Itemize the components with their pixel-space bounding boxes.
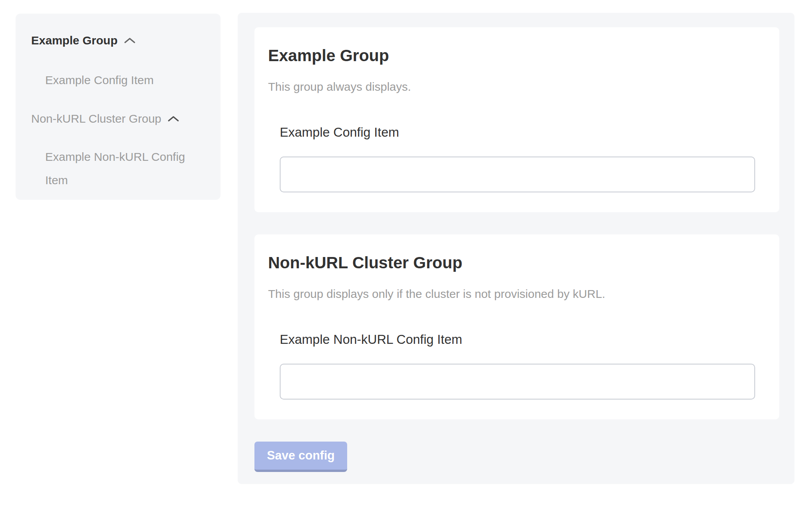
example-non-kurl-config-item-input[interactable] (280, 364, 755, 400)
sidebar-item-example-config-item[interactable]: Example Config Item (45, 69, 185, 92)
group-title: Example Group (268, 46, 755, 65)
save-config-button[interactable]: Save config (254, 442, 347, 472)
group-description: This group displays only if the cluster … (268, 287, 755, 301)
config-nav-sidebar: Example Group Example Config Item Non-kU… (16, 14, 221, 200)
sidebar-item-example-non-kurl-config-item[interactable]: Example Non-kURL Config Item (45, 145, 185, 192)
example-config-item-input[interactable] (280, 157, 755, 192)
config-item-label: Example Config Item (280, 124, 755, 141)
sidebar-group-label: Example Group (31, 33, 118, 48)
group-title: Non-kURL Cluster Group (268, 253, 755, 273)
chevron-up-icon[interactable] (168, 115, 179, 122)
config-panel: Example Group This group always displays… (238, 13, 794, 484)
sidebar-group-example-group[interactable]: Example Group (31, 33, 205, 48)
config-group-card-non-kurl-cluster-group: Non-kURL Cluster Group This group displa… (254, 234, 779, 419)
chevron-up-icon[interactable] (124, 37, 136, 44)
config-group-card-example-group: Example Group This group always displays… (254, 27, 779, 212)
config-item: Example Non-kURL Config Item (280, 331, 755, 400)
config-item-label: Example Non-kURL Config Item (280, 331, 755, 348)
config-item: Example Config Item (280, 124, 755, 192)
sidebar-group-non-kurl-cluster-group[interactable]: Non-kURL Cluster Group (31, 111, 205, 126)
sidebar-group-label: Non-kURL Cluster Group (31, 111, 161, 126)
group-description: This group always displays. (268, 79, 755, 94)
